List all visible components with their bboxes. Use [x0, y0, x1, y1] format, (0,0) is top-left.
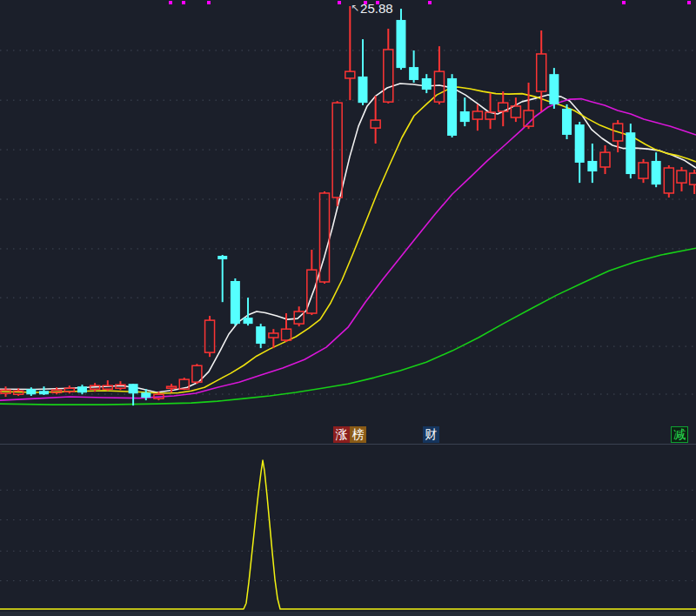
- candle-body-down: [358, 77, 367, 103]
- candle-body-up: [537, 54, 546, 91]
- arrow-up-left-icon: ↖: [351, 0, 359, 16]
- candle-body-up: [371, 120, 380, 128]
- band-dot: [622, 1, 626, 4]
- candle-body-up: [205, 320, 215, 352]
- ma-yellow: [0, 87, 696, 393]
- candle-body-down: [231, 281, 240, 324]
- candle-body-up: [677, 171, 686, 183]
- band-dot: [169, 1, 172, 4]
- signal-line: [0, 460, 696, 609]
- price-high-label: ↖ 25.88: [351, 1, 393, 17]
- badge-finance[interactable]: 财: [423, 426, 439, 443]
- candle-body-down: [218, 256, 227, 259]
- stock-chart-screen: ↖ 25.88 涨 榜 财 减: [0, 0, 696, 616]
- candle-body-down: [244, 318, 253, 324]
- candle-body-down: [129, 384, 138, 393]
- indicator-subchart[interactable]: [0, 445, 696, 616]
- candle-body-down: [409, 67, 418, 80]
- candle-body-up: [167, 386, 177, 388]
- candle-body-up: [511, 106, 520, 117]
- candle-body-up: [64, 388, 74, 392]
- candle-body-down: [626, 132, 635, 174]
- candle-body-down: [26, 389, 36, 394]
- candle-body-up: [434, 71, 444, 102]
- candle-body-up: [384, 50, 393, 102]
- candle-body-down: [39, 391, 49, 394]
- candle-body-up: [282, 329, 291, 340]
- candle-body-up: [332, 103, 342, 198]
- bottom-strip: [0, 612, 696, 616]
- candle-body-down: [549, 74, 559, 104]
- candle-body-down: [562, 109, 572, 135]
- candle-body-down: [652, 161, 661, 184]
- badge-rank-bang[interactable]: 榜: [350, 426, 366, 443]
- candle-body-down: [575, 124, 585, 163]
- panel-divider: [0, 444, 696, 445]
- candle-body-up: [664, 168, 673, 193]
- candle-body-up: [345, 71, 355, 78]
- badge-rank-zhang[interactable]: 涨: [333, 426, 350, 443]
- band-dot: [207, 1, 211, 4]
- badge-reduce[interactable]: 减: [671, 426, 688, 443]
- band-dot: [687, 1, 691, 4]
- candle-body-down: [141, 392, 151, 398]
- candle-body-up: [472, 111, 482, 119]
- band-dot: [182, 1, 185, 4]
- band-dot: [338, 1, 341, 4]
- main-candlestick-chart[interactable]: [0, 0, 696, 444]
- price-high-value: 25.88: [360, 1, 393, 17]
- candle-body-up: [600, 152, 610, 167]
- candle-body-down: [256, 326, 265, 344]
- candle-body-down: [447, 78, 457, 136]
- candle-body-down: [460, 111, 470, 122]
- band-dot: [428, 1, 432, 4]
- candle-body-down: [396, 20, 405, 68]
- candle-body-up: [690, 173, 696, 184]
- candle-body-down: [587, 161, 597, 171]
- candle-body-down: [422, 78, 432, 90]
- candle-body-down: [77, 386, 87, 392]
- candle-body-up: [103, 385, 112, 389]
- candle-body-up: [639, 163, 648, 178]
- candle-body-up: [269, 333, 278, 338]
